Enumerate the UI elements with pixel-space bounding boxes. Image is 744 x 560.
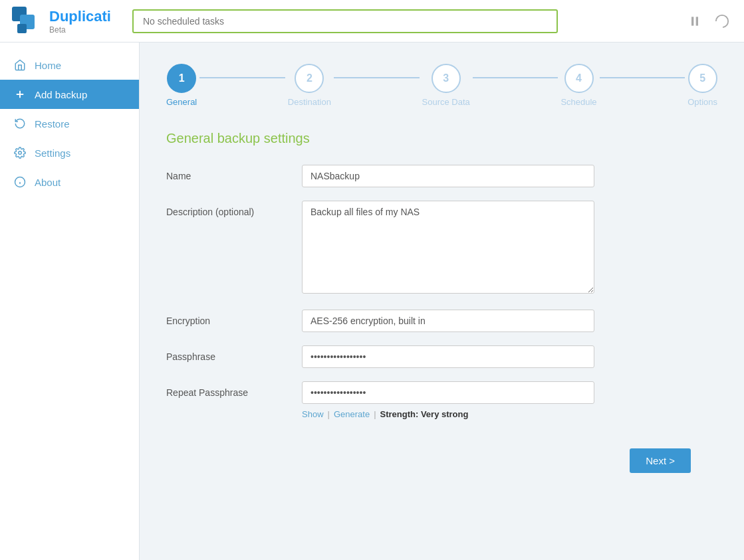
sidebar-item-add-backup[interactable]: Add backup [0,80,139,109]
step-label-2: Destination [288,97,331,107]
sidebar-item-restore[interactable]: Restore [0,109,139,138]
sidebar-item-settings[interactable]: Settings [0,138,139,167]
step-3: 3 Source Data [422,64,470,107]
passphrase-label: Passphrase [166,345,286,362]
description-row: Description (optional) Backup all files … [166,201,717,296]
strength-text: Strength: Very strong [380,409,469,419]
passphrase-links: Show | Generate | Strength: Very strong [302,409,594,419]
app-header: Duplicati Beta [0,0,744,43]
step-1: 1 General [166,64,197,107]
step-4: 4 Schedule [560,64,596,107]
step-label-3: Source Data [422,97,470,107]
step-line-1 [199,77,285,78]
svg-rect-4 [696,17,698,25]
generate-link[interactable]: Generate [334,409,370,419]
plus-icon [13,88,27,101]
encryption-row: Encryption [166,310,717,332]
task-input[interactable] [132,9,558,33]
spinner-icon [715,14,729,29]
name-row: Name [166,165,717,187]
pause-icon [688,15,701,28]
next-button[interactable]: Next > [630,448,691,473]
step-circle-2[interactable]: 2 [295,64,324,93]
step-line-3 [473,77,558,78]
svg-point-7 [19,151,22,155]
repeat-passphrase-input[interactable] [302,381,594,404]
info-icon [13,175,27,189]
show-link[interactable]: Show [302,409,324,419]
encryption-label: Encryption [166,310,286,326]
logo-area[interactable]: Duplicati Beta [11,5,111,37]
app-beta: Beta [49,26,111,34]
separator-2: | [374,409,376,419]
gear-icon [13,146,27,159]
encryption-input[interactable] [302,310,594,332]
step-line-4 [600,77,685,78]
header-actions [684,11,733,31]
sidebar-label-about: About [35,177,61,188]
name-input[interactable] [302,165,594,187]
step-5: 5 Options [687,64,717,107]
step-line-2 [334,77,420,78]
encryption-control [302,310,594,332]
sidebar-item-about[interactable]: About [0,167,139,197]
step-circle-4[interactable]: 4 [564,64,594,93]
step-circle-5[interactable]: 5 [688,64,717,93]
sidebar-item-home[interactable]: Home [0,50,139,80]
sidebar-label-add-backup: Add backup [35,89,87,100]
main-content: 1 General 2 Destination 3 Source Data 4 … [140,43,744,560]
description-label: Description (optional) [166,201,286,217]
sidebar: Home Add backup Restore Settings About [0,43,140,560]
name-label: Name [166,165,286,181]
repeat-passphrase-row: Repeat Passphrase Show | Generate | Stre… [166,381,717,419]
section-title: General backup settings [166,131,717,146]
description-control: Backup all files of my NAS [302,201,594,296]
step-circle-1[interactable]: 1 [167,64,196,93]
logo-icon [11,5,43,37]
step-circle-3[interactable]: 3 [432,64,461,93]
step-label-4: Schedule [560,97,596,107]
sidebar-label-restore: Restore [35,118,70,130]
repeat-passphrase-label: Repeat Passphrase [166,381,286,398]
spinner-button[interactable] [711,11,733,31]
form-footer: Next > [166,432,717,473]
step-label-1: General [166,97,197,107]
pause-button[interactable] [684,12,705,31]
app-name: Duplicati [49,8,111,25]
sidebar-label-settings: Settings [35,147,70,159]
main-layout: Home Add backup Restore Settings About [0,43,744,560]
stepper: 1 General 2 Destination 3 Source Data 4 … [166,64,717,107]
name-control [302,165,594,187]
logo-text: Duplicati Beta [49,8,111,33]
passphrase-input[interactable] [302,345,594,368]
home-icon [13,58,27,72]
passphrase-row: Passphrase [166,345,717,368]
repeat-passphrase-control: Show | Generate | Strength: Very strong [302,381,594,419]
step-label-5: Options [687,97,717,107]
restore-icon [13,117,27,130]
task-bar [132,9,663,33]
passphrase-control [302,345,594,368]
svg-rect-2 [17,24,27,33]
sidebar-label-home: Home [35,60,61,71]
separator-1: | [328,409,330,419]
description-textarea[interactable]: Backup all files of my NAS [302,201,594,294]
step-2: 2 Destination [288,64,331,107]
svg-rect-3 [691,17,693,25]
